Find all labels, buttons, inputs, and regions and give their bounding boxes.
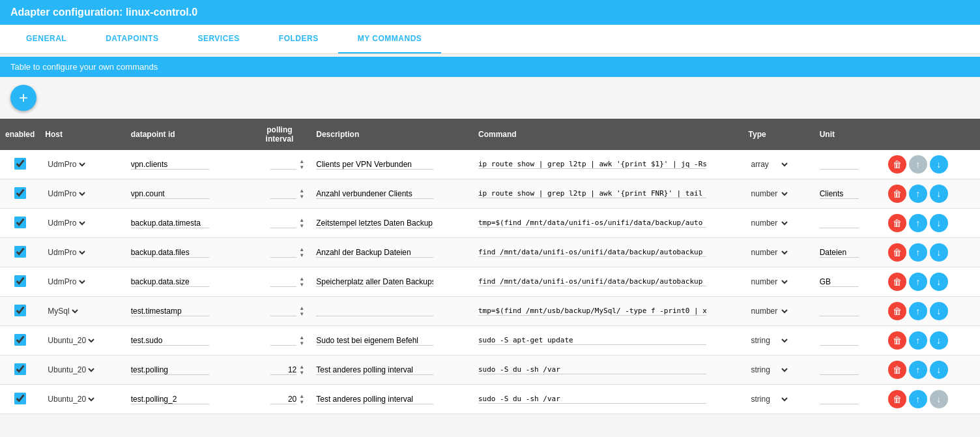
move-down-button[interactable]: ↓ [930, 331, 948, 350]
polling-input[interactable] [270, 307, 296, 316]
description-input[interactable] [316, 277, 433, 287]
polling-input[interactable] [270, 336, 296, 346]
type-select[interactable]: arraynumberstringboolean [749, 188, 790, 199]
move-down-button[interactable]: ↓ [930, 273, 948, 291]
enabled-checkbox[interactable] [14, 305, 26, 316]
polling-input[interactable] [270, 218, 296, 228]
polling-input[interactable] [270, 160, 296, 170]
tab-mycommands[interactable]: MY COMMANDS [338, 25, 442, 53]
polling-input[interactable] [270, 248, 296, 258]
type-select[interactable]: arraynumberstringboolean [749, 277, 790, 287]
type-select[interactable]: arraynumberstringboolean [749, 335, 790, 346]
add-row-button[interactable]: + [10, 85, 36, 111]
polling-spin-up[interactable]: ▲ [298, 393, 306, 399]
polling-spin-up[interactable]: ▲ [298, 247, 306, 252]
move-down-button[interactable]: ↓ [930, 155, 948, 173]
datapointid-input[interactable] [131, 248, 209, 258]
delete-button[interactable]: 🗑 [888, 302, 906, 320]
move-down-button[interactable]: ↓ [930, 361, 948, 379]
type-select[interactable]: arraynumberstringboolean [749, 247, 790, 258]
delete-button[interactable]: 🗑 [888, 361, 906, 379]
command-input[interactable] [478, 336, 706, 345]
polling-spin-up[interactable]: ▲ [298, 188, 306, 194]
description-input[interactable] [316, 218, 433, 228]
description-input[interactable] [316, 189, 433, 199]
host-select[interactable]: UdmPro [45, 159, 87, 170]
unit-input[interactable] [820, 248, 859, 258]
unit-input[interactable] [820, 160, 859, 170]
command-input[interactable] [478, 395, 706, 404]
delete-button[interactable]: 🗑 [888, 331, 906, 350]
polling-input[interactable] [270, 365, 296, 375]
description-input[interactable] [316, 160, 433, 170]
unit-input[interactable] [820, 277, 859, 287]
enabled-checkbox[interactable] [14, 334, 26, 346]
polling-spin-down[interactable]: ▼ [298, 399, 306, 405]
type-select[interactable]: arraynumberstringboolean [749, 218, 790, 228]
delete-button[interactable]: 🗑 [888, 390, 906, 408]
datapointid-input[interactable] [131, 336, 209, 346]
host-select[interactable]: Ubuntu_20 [45, 335, 96, 346]
move-up-button[interactable]: ↑ [909, 214, 927, 232]
type-select[interactable]: arraynumberstringboolean [749, 306, 790, 316]
command-input[interactable] [478, 307, 706, 316]
polling-input[interactable] [270, 395, 296, 404]
datapointid-input[interactable] [131, 189, 209, 199]
host-select[interactable]: Ubuntu_20 [45, 394, 96, 404]
move-up-button[interactable]: ↑ [909, 185, 927, 203]
move-down-button[interactable]: ↓ [930, 243, 948, 262]
move-up-button[interactable]: ↑ [909, 302, 927, 320]
type-select[interactable]: arraynumberstringboolean [749, 159, 790, 170]
polling-spin-up[interactable]: ▲ [298, 364, 306, 370]
description-input[interactable] [316, 248, 433, 258]
description-input[interactable] [316, 365, 433, 375]
datapointid-input[interactable] [131, 277, 209, 287]
polling-spin-up[interactable]: ▲ [298, 305, 306, 311]
unit-input[interactable] [820, 336, 859, 346]
polling-spin-down[interactable]: ▼ [298, 340, 306, 346]
move-up-button[interactable]: ↑ [909, 273, 927, 291]
polling-spin-up[interactable]: ▲ [298, 335, 306, 340]
delete-button[interactable]: 🗑 [888, 273, 906, 291]
description-input[interactable] [316, 395, 433, 404]
description-input[interactable] [316, 307, 433, 316]
polling-spin-down[interactable]: ▼ [298, 282, 306, 288]
command-input[interactable] [478, 189, 706, 198]
enabled-checkbox[interactable] [14, 187, 26, 199]
move-up-button[interactable]: ↑ [909, 243, 927, 262]
polling-spin-down[interactable]: ▼ [298, 223, 306, 229]
polling-spin-down[interactable]: ▼ [298, 194, 306, 200]
polling-input[interactable] [270, 189, 296, 199]
datapointid-input[interactable] [131, 307, 209, 316]
datapointid-input[interactable] [131, 218, 209, 228]
command-input[interactable] [478, 248, 706, 257]
description-input[interactable] [316, 336, 433, 346]
polling-spin-down[interactable]: ▼ [298, 311, 306, 317]
polling-spin-up[interactable]: ▲ [298, 217, 306, 223]
delete-button[interactable]: 🗑 [888, 155, 906, 173]
tab-folders[interactable]: FOLDERS [259, 25, 338, 53]
move-down-button[interactable]: ↓ [930, 214, 948, 232]
enabled-checkbox[interactable] [14, 158, 26, 170]
polling-spin-up[interactable]: ▲ [298, 276, 306, 282]
unit-input[interactable] [820, 189, 859, 199]
move-down-button[interactable]: ↓ [930, 302, 948, 320]
enabled-checkbox[interactable] [14, 246, 26, 258]
polling-input[interactable] [270, 277, 296, 287]
move-up-button[interactable]: ↑ [909, 331, 927, 350]
tab-services[interactable]: SERVICES [178, 25, 259, 53]
polling-spin-down[interactable]: ▼ [298, 164, 306, 170]
polling-spin-up[interactable]: ▲ [298, 158, 306, 164]
command-input[interactable] [478, 218, 706, 228]
unit-input[interactable] [820, 365, 859, 375]
host-select[interactable]: UdmPro [45, 277, 87, 287]
datapointid-input[interactable] [131, 160, 209, 170]
delete-button[interactable]: 🗑 [888, 214, 906, 232]
host-select[interactable]: UdmPro [45, 188, 87, 199]
type-select[interactable]: arraynumberstringboolean [749, 394, 790, 404]
enabled-checkbox[interactable] [14, 217, 26, 228]
enabled-checkbox[interactable] [14, 275, 26, 287]
tab-general[interactable]: GENERAL [7, 25, 86, 53]
unit-input[interactable] [820, 218, 859, 228]
command-input[interactable] [478, 365, 706, 374]
